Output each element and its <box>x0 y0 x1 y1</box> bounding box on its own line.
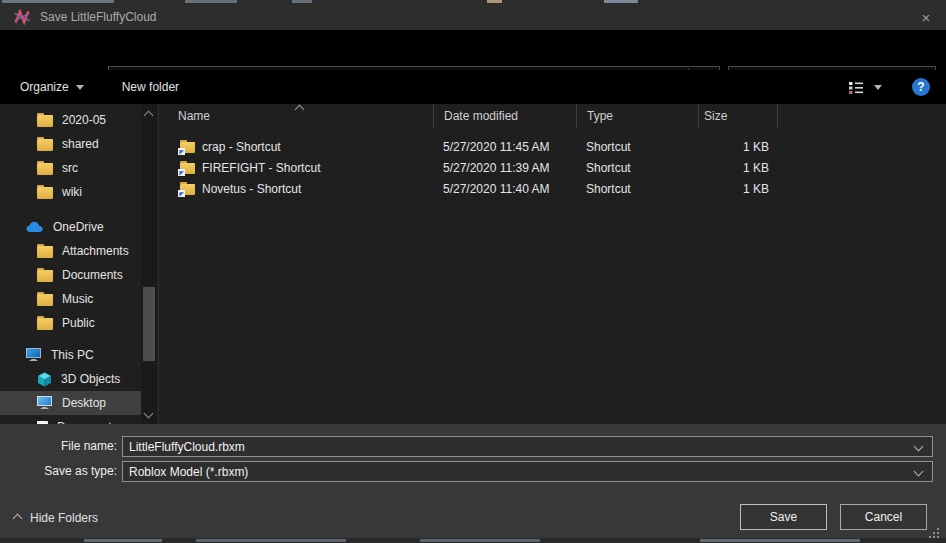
background-fragment <box>487 0 502 3</box>
desktop-icon <box>37 396 53 410</box>
folder-icon <box>37 139 53 151</box>
scrollbar-thumb[interactable] <box>143 287 155 361</box>
organize-button[interactable]: Organize <box>12 74 92 100</box>
file-name-input[interactable] <box>123 440 915 454</box>
file-row-firefight-shortcut[interactable]: FIREFIGHT - Shortcut 5/27/2020 11:39 AM … <box>159 157 946 178</box>
background-fragment <box>292 0 312 3</box>
navigation-bar: ← → ↑ This PC Desktop ↻ <box>0 30 946 70</box>
views-dropdown-icon[interactable] <box>874 85 882 90</box>
save-button[interactable]: Save <box>740 504 827 530</box>
sidebar-item-shared[interactable]: shared <box>0 132 141 156</box>
background-fragment <box>2 0 114 3</box>
file-name-combo[interactable] <box>122 436 933 457</box>
save-dialog-window: Save LittleFluffyCloud × ← → ↑ This PC D… <box>0 0 946 543</box>
folder-icon <box>37 246 53 258</box>
chevron-down-icon <box>76 85 84 90</box>
shortcut-icon <box>180 163 195 174</box>
shortcut-arrow-badge <box>178 148 185 155</box>
sidebar-item-2020-05[interactable]: 2020-05 <box>0 108 141 132</box>
sidebar-item-desktop[interactable]: Desktop <box>0 391 141 415</box>
3d-cube-icon <box>37 372 52 387</box>
chevron-down-icon[interactable] <box>914 442 924 452</box>
shortcut-arrow-badge <box>178 190 185 197</box>
new-folder-button[interactable]: New folder <box>114 74 187 100</box>
folder-icon <box>37 163 53 175</box>
column-headers: Name Date modified Type Size <box>159 104 946 128</box>
novetus-app-icon <box>12 9 32 25</box>
organize-label: Organize <box>20 80 69 94</box>
background-fragment <box>84 539 162 542</box>
window-title: Save LittleFluffyCloud <box>40 10 157 24</box>
new-folder-label: New folder <box>122 80 179 94</box>
shortcut-icon <box>180 142 195 153</box>
details-view-icon[interactable] <box>848 81 864 94</box>
folder-icon <box>37 270 53 282</box>
chevron-down-icon[interactable] <box>914 467 924 477</box>
sidebar-item-documents-onedrive[interactable]: Documents <box>0 263 141 287</box>
column-header-name[interactable]: Name <box>159 104 433 128</box>
column-header-date-modified[interactable]: Date modified <box>433 104 576 128</box>
help-icon: ? <box>917 80 924 94</box>
background-fragment <box>196 539 346 542</box>
sidebar-item-src[interactable]: src <box>0 156 141 180</box>
background-window-sliver-bottom <box>0 538 946 543</box>
save-as-type-value: Roblox Model (*.rbxm) <box>123 465 248 479</box>
sidebar-scrollbar[interactable] <box>141 104 157 424</box>
background-fragment <box>185 0 237 3</box>
folder-icon <box>37 187 53 199</box>
background-fragment <box>604 0 638 3</box>
sidebar-item-onedrive[interactable]: OneDrive <box>0 215 141 239</box>
title-bar: Save LittleFluffyCloud × <box>0 4 946 30</box>
column-header-type[interactable]: Type <box>576 104 698 128</box>
sidebar-item-public[interactable]: Public <box>0 311 141 335</box>
shortcut-arrow-badge <box>178 169 185 176</box>
sidebar-item-music[interactable]: Music <box>0 287 141 311</box>
save-as-type-combo[interactable]: Roblox Model (*.rbxm) <box>122 461 933 482</box>
main-area: 2020-05 shared src wiki OneDrive <box>0 104 946 424</box>
computer-icon <box>26 348 42 362</box>
chevron-up-icon <box>13 513 23 523</box>
save-as-type-label: Save as type: <box>0 464 117 478</box>
close-icon: × <box>922 9 931 26</box>
navigation-pane: 2020-05 shared src wiki OneDrive <box>0 104 141 424</box>
hide-folders-label: Hide Folders <box>30 511 98 525</box>
file-name-label: File name: <box>0 439 117 453</box>
sidebar-item-wiki[interactable]: wiki <box>0 180 141 204</box>
scroll-up-icon[interactable] <box>144 111 154 121</box>
background-fragment <box>420 539 540 542</box>
folder-icon <box>37 318 53 330</box>
help-button[interactable]: ? <box>912 78 930 96</box>
cancel-button[interactable]: Cancel <box>840 504 927 530</box>
command-toolbar: Organize New folder ? <box>0 70 946 104</box>
sidebar-item-this-pc[interactable]: This PC <box>0 343 141 367</box>
sidebar-item-attachments[interactable]: Attachments <box>0 239 141 263</box>
column-header-blank <box>777 104 946 128</box>
sidebar-item-3d-objects[interactable]: 3D Objects <box>0 367 141 391</box>
scroll-down-icon[interactable] <box>144 409 154 419</box>
sort-ascending-icon <box>295 105 305 115</box>
file-list: Name Date modified Type Size <box>159 104 946 424</box>
shortcut-icon <box>180 184 195 195</box>
file-row-novetus-shortcut[interactable]: Novetus - Shortcut 5/27/2020 11:40 AM Sh… <box>159 178 946 199</box>
close-button[interactable]: × <box>910 4 942 30</box>
background-fragment <box>700 539 860 542</box>
file-row-crap-shortcut[interactable]: crap - Shortcut 5/27/2020 11:45 AM Short… <box>159 136 946 157</box>
sidebar-item-documents[interactable]: Documents <box>0 415 141 424</box>
column-header-size[interactable]: Size <box>698 104 777 128</box>
onedrive-cloud-icon <box>26 221 44 233</box>
folder-icon <box>37 115 53 127</box>
folder-icon <box>37 294 53 306</box>
hide-folders-button[interactable]: Hide Folders <box>14 511 98 525</box>
